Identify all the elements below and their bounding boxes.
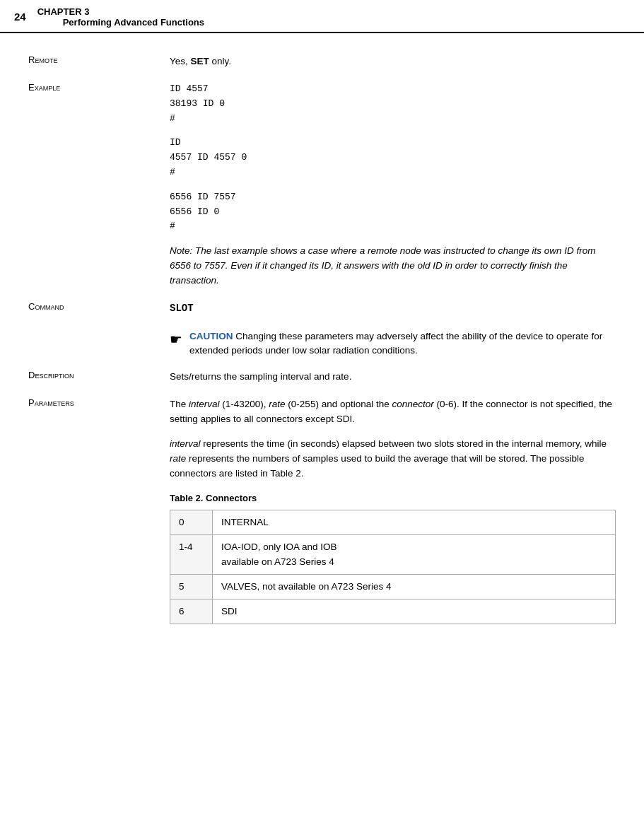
connectors-table-body: 0 INTERNAL 1-4 IOA-IOD, only IOA and IOB… — [170, 510, 616, 624]
table-row: 6 SDI — [170, 599, 616, 624]
parameters-value: The interval (1-43200), rate (0-255) and… — [170, 397, 616, 624]
command-row: Command SLOT — [28, 301, 616, 317]
table-row: 1-4 IOA-IOD, only IOA and IOBavailable o… — [170, 535, 616, 575]
table-cell-id: 1-4 — [170, 535, 213, 575]
example-label: Example — [28, 82, 170, 288]
table-cell-desc: IOA-IOD, only IOA and IOBavailable on A7… — [213, 535, 616, 575]
parameters-para2: interval represents the time (in seconds… — [170, 437, 616, 481]
table-row: 5 VALVES, not available on A723 Series 4 — [170, 574, 616, 599]
table-cell-desc: VALVES, not available on A723 Series 4 — [213, 574, 616, 599]
main-content: Remote Yes, SET only. Example ID 4557381… — [0, 33, 644, 658]
description-label: Description — [28, 370, 170, 385]
page: 24 CHAPTER 3 Performing Advanced Functio… — [0, 0, 644, 825]
table-caption: Table 2. Connectors — [170, 491, 616, 505]
code-block-3: 6556 ID 75576556 ID 0# — [170, 190, 616, 234]
command-value: SLOT — [170, 301, 616, 317]
table-cell-desc: INTERNAL — [213, 510, 616, 535]
parameters-label: Parameters — [28, 397, 170, 624]
page-number: 24 — [0, 11, 37, 23]
table-cell-id: 6 — [170, 599, 213, 624]
connectors-table: 0 INTERNAL 1-4 IOA-IOD, only IOA and IOB… — [170, 510, 616, 624]
example-row: Example ID 455738193 ID 0# ID4557 ID 455… — [28, 82, 616, 288]
chapter-subtitle: Performing Advanced Functions — [37, 17, 204, 28]
caution-icon: ☛ — [170, 331, 182, 348]
command-label: Command — [28, 301, 170, 317]
example-note: Note: The last example shows a case wher… — [170, 244, 616, 288]
remote-label: Remote — [28, 54, 170, 69]
chapter-label: CHAPTER 3 — [37, 6, 90, 17]
code-block-2: ID4557 ID 4557 0# — [170, 136, 616, 180]
example-value: ID 455738193 ID 0# ID4557 ID 4557 0# 655… — [170, 82, 616, 288]
caution-row: ☛ CAUTION Changing these parameters may … — [170, 329, 616, 359]
code-block-1: ID 455738193 ID 0# — [170, 82, 616, 126]
description-value: Sets/returns the sampling interval and r… — [170, 370, 616, 385]
parameters-row: Parameters The interval (1-43200), rate … — [28, 397, 616, 624]
remote-value: Yes, SET only. — [170, 54, 616, 69]
parameters-para1: The interval (1-43200), rate (0-255) and… — [170, 397, 616, 427]
remote-row: Remote Yes, SET only. — [28, 54, 616, 69]
table-row: 0 INTERNAL — [170, 510, 616, 535]
description-row: Description Sets/returns the sampling in… — [28, 370, 616, 385]
table-cell-desc: SDI — [213, 599, 616, 624]
table-cell-id: 0 — [170, 510, 213, 535]
page-header: 24 CHAPTER 3 Performing Advanced Functio… — [0, 0, 644, 33]
caution-text: CAUTION Changing these parameters may ad… — [189, 329, 616, 359]
table-cell-id: 5 — [170, 574, 213, 599]
